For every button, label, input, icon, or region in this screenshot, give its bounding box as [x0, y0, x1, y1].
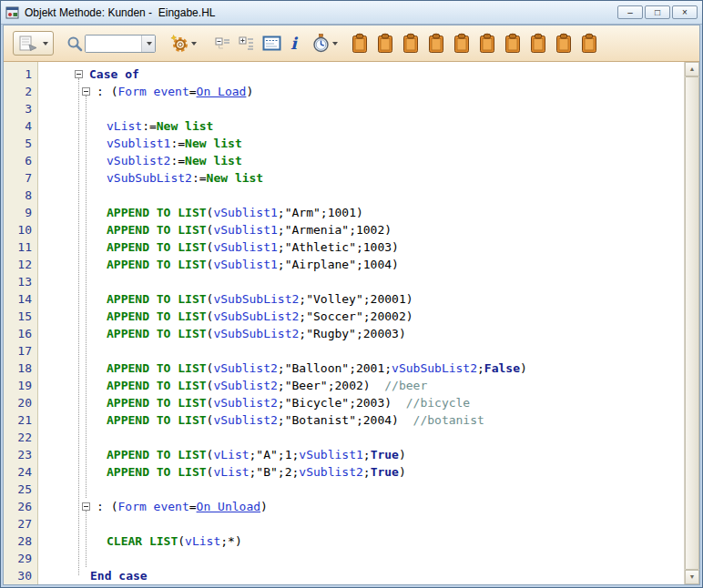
- clipboard-button-2[interactable]: [376, 33, 394, 54]
- clipboard-button-7[interactable]: [504, 33, 522, 54]
- window-content: i: [3, 25, 700, 585]
- code-line[interactable]: 20APPEND TO LIST(vSublist2;"Bicycle";200…: [4, 394, 684, 411]
- title-bar[interactable]: Objekt Methode: Kunden - Eingabe.HL – □ …: [1, 1, 702, 25]
- scroll-up-button[interactable]: ▲: [685, 62, 699, 76]
- code-text: vList:=New list: [40, 117, 684, 135]
- info-button[interactable]: i: [290, 35, 297, 52]
- code-line[interactable]: 24APPEND TO LIST(vList;"B";2;vSublist2;T…: [4, 463, 684, 481]
- clipboard-button-6[interactable]: [478, 33, 496, 54]
- line-number: 7: [4, 169, 38, 187]
- line-number: 20: [4, 394, 38, 411]
- clipboard-button-1[interactable]: [351, 33, 369, 54]
- clipboard-button-8[interactable]: [529, 33, 547, 54]
- code-line[interactable]: 8: [4, 187, 684, 204]
- code-line[interactable]: 22: [4, 429, 684, 446]
- collapse-all-button[interactable]: [215, 36, 231, 51]
- code-text: APPEND TO LIST(vList;"A";1;vSublist1;Tru…: [40, 446, 684, 463]
- code-line[interactable]: 1Case of: [4, 66, 684, 83]
- line-number: 29: [4, 550, 38, 567]
- search-combo: [85, 35, 156, 53]
- fold-toggle[interactable]: [82, 502, 90, 511]
- code-text: [40, 100, 684, 117]
- code-text: vSubSubList2:=New list: [40, 169, 684, 187]
- code-text: Case of: [40, 66, 684, 83]
- line-number: 19: [4, 377, 38, 394]
- clipboard-button-9[interactable]: [555, 33, 573, 54]
- chevron-down-icon: [332, 42, 338, 46]
- clipboard-icon: [376, 33, 394, 54]
- search-dropdown-button[interactable]: [141, 35, 155, 52]
- code-line[interactable]: 14APPEND TO LIST(vSubSubList2;"Volley";2…: [4, 290, 684, 308]
- code-line[interactable]: 6vSublist2:=New list: [4, 152, 684, 169]
- code-line[interactable]: 26: (Form event=On Unload): [4, 498, 684, 515]
- code-line[interactable]: 19APPEND TO LIST(vSublist2;"Beer";2002) …: [4, 377, 684, 394]
- window-title: Objekt Methode: Kunden - Eingabe.HL: [25, 6, 617, 19]
- clipboard-button-10[interactable]: [580, 33, 598, 54]
- line-number: 23: [4, 446, 38, 463]
- clipboard-group: [351, 33, 598, 54]
- code-line[interactable]: 5vSublist1:=New list: [4, 135, 684, 152]
- code-line[interactable]: 28CLEAR LIST(vList;*): [4, 532, 684, 550]
- macros-button[interactable]: [311, 34, 338, 53]
- line-number: 6: [4, 152, 38, 169]
- code-line[interactable]: 3: [4, 100, 684, 117]
- code-line[interactable]: 13: [4, 273, 684, 290]
- scroll-thumb[interactable]: [685, 76, 699, 570]
- window-controls: – □ ×: [617, 5, 698, 19]
- line-number: 13: [4, 273, 38, 290]
- code-line[interactable]: 27: [4, 515, 684, 532]
- line-number: 26: [4, 498, 38, 515]
- code-line[interactable]: 2: (Form event=On Load): [4, 83, 684, 100]
- code-editor[interactable]: 1Case of2: (Form event=On Load)34vList:=…: [4, 62, 699, 584]
- close-button[interactable]: ×: [672, 5, 698, 19]
- clipboard-icon: [504, 33, 522, 54]
- code-line[interactable]: 30End case: [4, 567, 684, 584]
- search-input[interactable]: [86, 35, 141, 52]
- code-text: APPEND TO LIST(vSublist1;"Airplane";1004…: [40, 256, 684, 273]
- search-icon: [66, 35, 83, 52]
- code-line[interactable]: 15APPEND TO LIST(vSubSubList2;"Soccer";2…: [4, 308, 684, 325]
- chevron-down-icon: [43, 42, 48, 46]
- code-line[interactable]: 21APPEND TO LIST(vSublist2;"Botanist";20…: [4, 411, 684, 429]
- clipboard-icon: [351, 33, 369, 54]
- maximize-button[interactable]: □: [645, 5, 670, 19]
- expand-all-button[interactable]: [239, 36, 255, 51]
- clipboard-button-3[interactable]: [402, 33, 420, 54]
- line-number: 5: [4, 135, 38, 152]
- line-number: 16: [4, 325, 38, 342]
- execute-method-button[interactable]: [13, 31, 54, 56]
- code-text: [40, 342, 684, 360]
- fold-toggle[interactable]: [82, 87, 90, 96]
- line-number: 18: [4, 360, 38, 377]
- scroll-down-button[interactable]: ▼: [685, 570, 699, 584]
- code-text: CLEAR LIST(vList;*): [40, 532, 684, 550]
- clipboard-icon: [478, 33, 496, 54]
- clipboard-icon: [453, 33, 471, 54]
- code-text: : (Form event=On Unload): [40, 498, 684, 515]
- code-line[interactable]: 9APPEND TO LIST(vSublist1;"Arm";1001): [4, 204, 684, 221]
- code-line[interactable]: 23APPEND TO LIST(vList;"A";1;vSublist1;T…: [4, 446, 684, 463]
- line-number: 2: [4, 83, 38, 100]
- code-text: vSublist1:=New list: [40, 135, 684, 152]
- code-line[interactable]: 12APPEND TO LIST(vSublist1;"Airplane";10…: [4, 256, 684, 273]
- code-line[interactable]: 11APPEND TO LIST(vSublist1;"Athletic";10…: [4, 238, 684, 256]
- code-text: [40, 187, 684, 204]
- clipboard-button-5[interactable]: [453, 33, 471, 54]
- code-line[interactable]: 4vList:=New list: [4, 117, 684, 135]
- vertical-scrollbar[interactable]: ▲ ▼: [684, 62, 699, 584]
- minimize-button[interactable]: –: [617, 5, 643, 19]
- code-text: APPEND TO LIST(vSubSubList2;"Volley";200…: [40, 290, 684, 308]
- method-options-button[interactable]: [170, 34, 197, 53]
- clipboard-button-4[interactable]: [427, 33, 445, 54]
- code-line[interactable]: 10APPEND TO LIST(vSublist1;"Armenia";100…: [4, 221, 684, 238]
- code-line[interactable]: 29: [4, 550, 684, 567]
- form-preview-button[interactable]: [262, 35, 281, 51]
- code-line[interactable]: 18APPEND TO LIST(vSublist2;"Balloon";200…: [4, 360, 684, 377]
- code-line[interactable]: 25: [4, 481, 684, 498]
- code-line[interactable]: 16APPEND TO LIST(vSubSubList2;"Rugby";20…: [4, 325, 684, 342]
- code-line[interactable]: 17: [4, 342, 684, 360]
- line-number: 8: [4, 187, 38, 204]
- line-number: 4: [4, 117, 38, 135]
- fold-toggle[interactable]: [75, 70, 83, 78]
- code-line[interactable]: 7vSubSubList2:=New list: [4, 169, 684, 187]
